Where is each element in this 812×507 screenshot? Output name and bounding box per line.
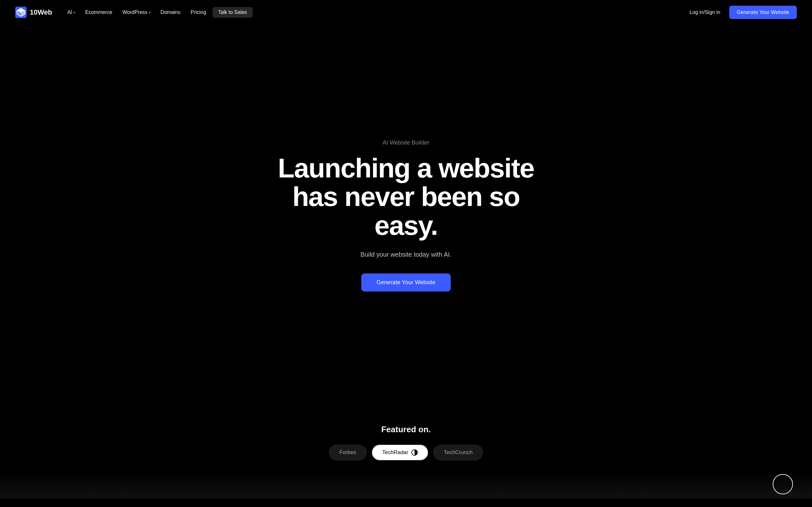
hero-title: Launching a website has never been so ea…	[263, 154, 549, 239]
circle-button[interactable]	[773, 474, 793, 494]
login-button[interactable]: Log in/Sign in	[686, 7, 724, 18]
nav-item-pricing[interactable]: Pricing	[187, 7, 210, 18]
featured-logo-techcrunch[interactable]: TechCrunch	[433, 445, 483, 460]
featured-logos: Forbes TechRadar TechCrunch	[329, 445, 483, 460]
chevron-down-icon: ▾	[149, 11, 150, 14]
navbar: 10Web AI ▾ Ecommerce WordPress ▾ Domains…	[0, 0, 812, 25]
hero-section: AI Website Builder Launching a website h…	[0, 0, 812, 406]
nav-item-ai[interactable]: AI ▾	[64, 7, 79, 18]
techradar-icon	[411, 449, 418, 456]
featured-logo-forbes[interactable]: Forbes	[329, 445, 367, 460]
logo[interactable]: 10Web	[15, 7, 52, 18]
nav-links: AI ▾ Ecommerce WordPress ▾ Domains Prici…	[64, 7, 253, 18]
navbar-right: Log in/Sign in Generate Your Website	[686, 6, 797, 19]
logo-icon	[15, 7, 27, 18]
featured-title: Featured on.	[381, 425, 431, 435]
bottom-section-hint	[0, 473, 812, 498]
nav-item-ecommerce[interactable]: Ecommerce	[82, 7, 116, 18]
featured-section: Featured on. Forbes TechRadar TechCrunch	[0, 406, 812, 473]
nav-item-talk-to-sales[interactable]: Talk to Sales	[212, 7, 253, 18]
featured-logo-techradar[interactable]: TechRadar	[372, 445, 428, 460]
hero-subtitle: Build your website today with AI.	[361, 251, 452, 258]
generate-website-nav-button[interactable]: Generate Your Website	[729, 6, 797, 19]
navbar-left: 10Web AI ▾ Ecommerce WordPress ▾ Domains…	[15, 7, 253, 18]
nav-item-wordpress[interactable]: WordPress ▾	[119, 7, 154, 18]
logo-text: 10Web	[30, 8, 52, 16]
hero-eyebrow: AI Website Builder	[383, 139, 429, 146]
chevron-down-icon: ▾	[73, 11, 75, 14]
nav-item-domains[interactable]: Domains	[157, 7, 184, 18]
generate-website-hero-button[interactable]: Generate Your Website	[361, 274, 451, 291]
